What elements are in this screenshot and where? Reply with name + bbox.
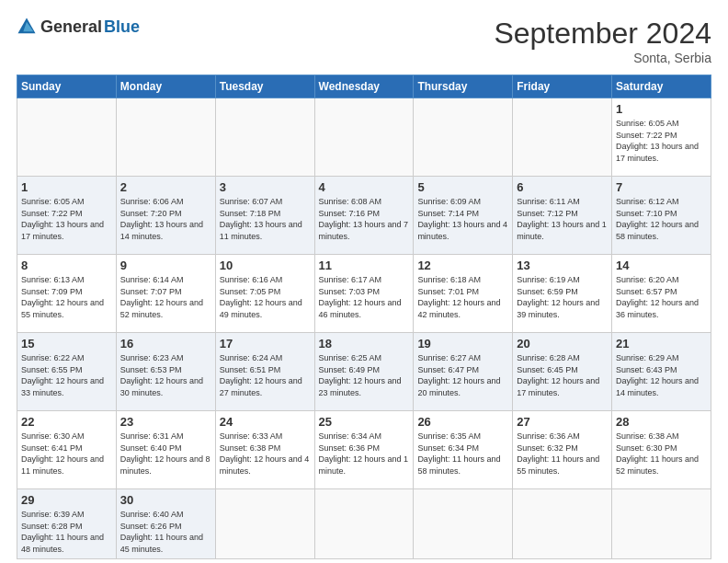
- day-number: 6: [517, 180, 608, 194]
- calendar-header-row: Sunday Monday Tuesday Wednesday Thursday…: [17, 75, 711, 98]
- table-row: 15Sunrise: 6:22 AMSunset: 6:55 PMDayligh…: [17, 333, 117, 411]
- table-row: 20Sunrise: 6:28 AMSunset: 6:45 PMDayligh…: [513, 333, 612, 411]
- table-row: 19Sunrise: 6:27 AMSunset: 6:47 PMDayligh…: [414, 333, 513, 411]
- day-info: Sunrise: 6:33 AMSunset: 6:38 PMDaylight:…: [220, 431, 311, 477]
- day-number: 26: [417, 415, 508, 429]
- day-info: Sunrise: 6:08 AMSunset: 7:16 PMDaylight:…: [319, 196, 410, 242]
- table-row: [314, 98, 414, 177]
- day-number: 11: [319, 259, 410, 272]
- day-info: Sunrise: 6:17 AMSunset: 7:03 PMDaylight:…: [319, 274, 410, 320]
- table-row: 30Sunrise: 6:40 AMSunset: 6:26 PMDayligh…: [116, 489, 215, 559]
- day-number: 1: [21, 180, 112, 194]
- col-sunday: Sunday: [17, 75, 117, 98]
- day-info: Sunrise: 6:07 AMSunset: 7:18 PMDaylight:…: [220, 196, 311, 242]
- table-row: 6Sunrise: 6:11 AMSunset: 7:12 PMDaylight…: [513, 177, 612, 255]
- day-number: 2: [120, 180, 211, 194]
- day-number: 7: [616, 180, 707, 194]
- day-number: 4: [319, 180, 410, 194]
- col-monday: Monday: [116, 75, 215, 98]
- day-info: Sunrise: 6:24 AMSunset: 6:51 PMDaylight:…: [220, 352, 311, 398]
- table-row: [513, 489, 612, 559]
- col-wednesday: Wednesday: [314, 75, 414, 98]
- day-info: Sunrise: 6:14 AMSunset: 7:07 PMDaylight:…: [120, 274, 211, 320]
- day-number: 23: [120, 415, 211, 429]
- table-row: 21Sunrise: 6:29 AMSunset: 6:43 PMDayligh…: [612, 333, 711, 411]
- day-info: Sunrise: 6:19 AMSunset: 6:59 PMDaylight:…: [517, 274, 608, 320]
- calendar-row: 1Sunrise: 6:05 AMSunset: 7:22 PMDaylight…: [17, 177, 711, 255]
- table-row: 26Sunrise: 6:35 AMSunset: 6:34 PMDayligh…: [414, 411, 513, 489]
- calendar-row: 29Sunrise: 6:39 AMSunset: 6:28 PMDayligh…: [17, 489, 711, 559]
- col-saturday: Saturday: [612, 75, 711, 98]
- day-info: Sunrise: 6:25 AMSunset: 6:49 PMDaylight:…: [319, 352, 410, 398]
- table-row: 11Sunrise: 6:17 AMSunset: 7:03 PMDayligh…: [314, 255, 414, 333]
- table-row: [116, 98, 215, 177]
- day-info: Sunrise: 6:36 AMSunset: 6:32 PMDaylight:…: [517, 431, 608, 477]
- table-row: 1Sunrise: 6:05 AMSunset: 7:22 PMDaylight…: [17, 177, 117, 255]
- day-number: 15: [21, 337, 112, 350]
- calendar-row: 1Sunrise: 6:05 AMSunset: 7:22 PMDaylight…: [17, 98, 711, 177]
- logo: GeneralBlue: [17, 17, 140, 37]
- calendar-row: 15Sunrise: 6:22 AMSunset: 6:55 PMDayligh…: [17, 333, 711, 411]
- table-row: [215, 489, 314, 559]
- day-number: 27: [517, 415, 608, 429]
- day-info: Sunrise: 6:18 AMSunset: 7:01 PMDaylight:…: [417, 274, 508, 320]
- table-row: 16Sunrise: 6:23 AMSunset: 6:53 PMDayligh…: [116, 333, 215, 411]
- day-info: Sunrise: 6:16 AMSunset: 7:05 PMDaylight:…: [220, 274, 311, 320]
- table-row: 10Sunrise: 6:16 AMSunset: 7:05 PMDayligh…: [215, 255, 314, 333]
- day-info: Sunrise: 6:05 AMSunset: 7:22 PMDaylight:…: [616, 118, 707, 164]
- table-row: [314, 489, 414, 559]
- table-row: 9Sunrise: 6:14 AMSunset: 7:07 PMDaylight…: [116, 255, 215, 333]
- day-info: Sunrise: 6:05 AMSunset: 7:22 PMDaylight:…: [21, 196, 112, 242]
- table-row: 7Sunrise: 6:12 AMSunset: 7:10 PMDaylight…: [612, 177, 711, 255]
- day-number: 18: [319, 337, 410, 350]
- table-row: 12Sunrise: 6:18 AMSunset: 7:01 PMDayligh…: [414, 255, 513, 333]
- day-info: Sunrise: 6:38 AMSunset: 6:30 PMDaylight:…: [616, 431, 707, 477]
- day-number: 25: [319, 415, 410, 429]
- table-row: 5Sunrise: 6:09 AMSunset: 7:14 PMDaylight…: [414, 177, 513, 255]
- table-row: 25Sunrise: 6:34 AMSunset: 6:36 PMDayligh…: [314, 411, 414, 489]
- day-info: Sunrise: 6:13 AMSunset: 7:09 PMDaylight:…: [21, 274, 112, 320]
- table-row: 18Sunrise: 6:25 AMSunset: 6:49 PMDayligh…: [314, 333, 414, 411]
- day-info: Sunrise: 6:35 AMSunset: 6:34 PMDaylight:…: [417, 431, 508, 477]
- table-row: 14Sunrise: 6:20 AMSunset: 6:57 PMDayligh…: [612, 255, 711, 333]
- table-row: [612, 489, 711, 559]
- calendar-row: 8Sunrise: 6:13 AMSunset: 7:09 PMDaylight…: [17, 255, 711, 333]
- day-info: Sunrise: 6:31 AMSunset: 6:40 PMDaylight:…: [120, 431, 211, 477]
- day-info: Sunrise: 6:34 AMSunset: 6:36 PMDaylight:…: [319, 431, 410, 477]
- table-row: 22Sunrise: 6:30 AMSunset: 6:41 PMDayligh…: [17, 411, 117, 489]
- day-number: 30: [120, 493, 211, 507]
- day-info: Sunrise: 6:12 AMSunset: 7:10 PMDaylight:…: [616, 196, 707, 242]
- title-area: September 2024 Sonta, Serbia: [494, 17, 711, 65]
- day-info: Sunrise: 6:40 AMSunset: 6:26 PMDaylight:…: [120, 509, 211, 555]
- day-number: 3: [220, 180, 311, 194]
- day-number: 13: [517, 259, 608, 272]
- day-number: 21: [616, 337, 707, 350]
- table-row: [215, 98, 314, 177]
- table-row: [414, 98, 513, 177]
- day-number: 10: [220, 259, 311, 272]
- month-title: September 2024: [494, 17, 711, 51]
- day-info: Sunrise: 6:30 AMSunset: 6:41 PMDaylight:…: [21, 431, 112, 477]
- calendar-table: Sunday Monday Tuesday Wednesday Thursday…: [17, 75, 711, 559]
- table-row: 4Sunrise: 6:08 AMSunset: 7:16 PMDaylight…: [314, 177, 414, 255]
- table-row: 27Sunrise: 6:36 AMSunset: 6:32 PMDayligh…: [513, 411, 612, 489]
- table-row: 2Sunrise: 6:06 AMSunset: 7:20 PMDaylight…: [116, 177, 215, 255]
- logo-icon: [17, 17, 37, 37]
- day-info: Sunrise: 6:11 AMSunset: 7:12 PMDaylight:…: [517, 196, 608, 242]
- table-row: 13Sunrise: 6:19 AMSunset: 6:59 PMDayligh…: [513, 255, 612, 333]
- day-number: 17: [220, 337, 311, 350]
- table-row: 17Sunrise: 6:24 AMSunset: 6:51 PMDayligh…: [215, 333, 314, 411]
- day-number: 24: [220, 415, 311, 429]
- col-friday: Friday: [513, 75, 612, 98]
- day-number: 14: [616, 259, 707, 272]
- day-number: 12: [417, 259, 508, 272]
- day-info: Sunrise: 6:09 AMSunset: 7:14 PMDaylight:…: [417, 196, 508, 242]
- calendar-row: 22Sunrise: 6:30 AMSunset: 6:41 PMDayligh…: [17, 411, 711, 489]
- day-number: 29: [21, 493, 112, 507]
- day-number: 16: [120, 337, 211, 350]
- day-number: 28: [616, 415, 707, 429]
- day-number: 19: [417, 337, 508, 350]
- table-row: 3Sunrise: 6:07 AMSunset: 7:18 PMDaylight…: [215, 177, 314, 255]
- table-row: 28Sunrise: 6:38 AMSunset: 6:30 PMDayligh…: [612, 411, 711, 489]
- day-number: 22: [21, 415, 112, 429]
